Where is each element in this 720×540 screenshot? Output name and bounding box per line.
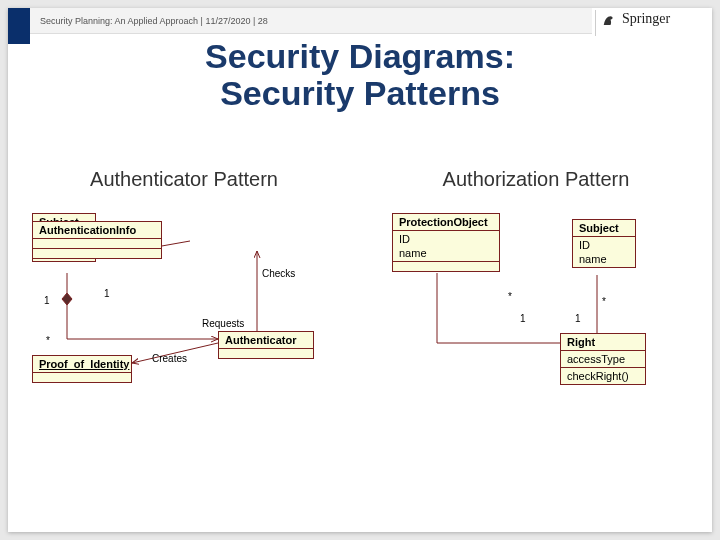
class-authenticator: Authenticator xyxy=(218,331,314,359)
horse-icon xyxy=(600,10,618,28)
class-attr-empty xyxy=(33,238,161,248)
pattern-headings: Authenticator Pattern Authorization Patt… xyxy=(8,168,712,191)
class-attr: name xyxy=(393,247,499,261)
class-right: Right accessType checkRight() xyxy=(560,333,646,385)
svg-marker-3 xyxy=(62,293,72,305)
label-requests: Requests xyxy=(202,318,244,329)
heading-authorization: Authorization Pattern xyxy=(360,168,712,191)
class-op-empty xyxy=(393,261,499,271)
label-multiplicity: * xyxy=(602,296,606,307)
label-multiplicity: 1 xyxy=(575,313,581,324)
diagram-canvas: Subject ID name AuthenticationInfo Authe… xyxy=(32,213,688,512)
class-name: Right xyxy=(561,334,645,350)
class-attr-empty xyxy=(219,348,313,358)
breadcrumb-strip: Security Planning: An Applied Approach |… xyxy=(30,8,592,34)
title-line-2: Security Patterns xyxy=(8,75,712,112)
label-multiplicity: 1 xyxy=(104,288,110,299)
class-name: Proof_of_Identity xyxy=(33,356,131,372)
class-proof-of-identity: Proof_of_Identity xyxy=(32,355,132,383)
class-attr: ID xyxy=(573,236,635,253)
class-subject-right: Subject ID name xyxy=(572,219,636,268)
class-attr-empty xyxy=(33,372,131,382)
heading-authenticator: Authenticator Pattern xyxy=(8,168,360,191)
breadcrumb-text: Security Planning: An Applied Approach |… xyxy=(40,16,268,26)
label-multiplicity: * xyxy=(508,291,512,302)
publisher-logo: Springer xyxy=(600,10,700,28)
class-protectionobject: ProtectionObject ID name xyxy=(392,213,500,272)
class-op-empty xyxy=(33,248,161,258)
title-line-1: Security Diagrams: xyxy=(8,38,712,75)
class-name: Subject xyxy=(573,220,635,236)
class-attr: accessType xyxy=(561,350,645,367)
class-name: ProtectionObject xyxy=(393,214,499,230)
slide-title: Security Diagrams: Security Patterns xyxy=(8,38,712,113)
class-attr: name xyxy=(573,253,635,267)
label-multiplicity: * xyxy=(46,335,50,346)
publisher-name: Springer xyxy=(622,11,670,27)
slide: Security Planning: An Applied Approach |… xyxy=(8,8,712,532)
label-multiplicity: 1 xyxy=(520,313,526,324)
header-divider xyxy=(595,10,596,36)
label-creates: Creates xyxy=(152,353,187,364)
class-authenticationinfo: AuthenticationInfo xyxy=(32,221,162,259)
class-op: checkRight() xyxy=(561,367,645,384)
label-multiplicity: 1 xyxy=(44,295,50,306)
class-attr: ID xyxy=(393,230,499,247)
class-name: AuthenticationInfo xyxy=(33,222,161,238)
label-checks: Checks xyxy=(262,268,295,279)
class-name: Authenticator xyxy=(219,332,313,348)
